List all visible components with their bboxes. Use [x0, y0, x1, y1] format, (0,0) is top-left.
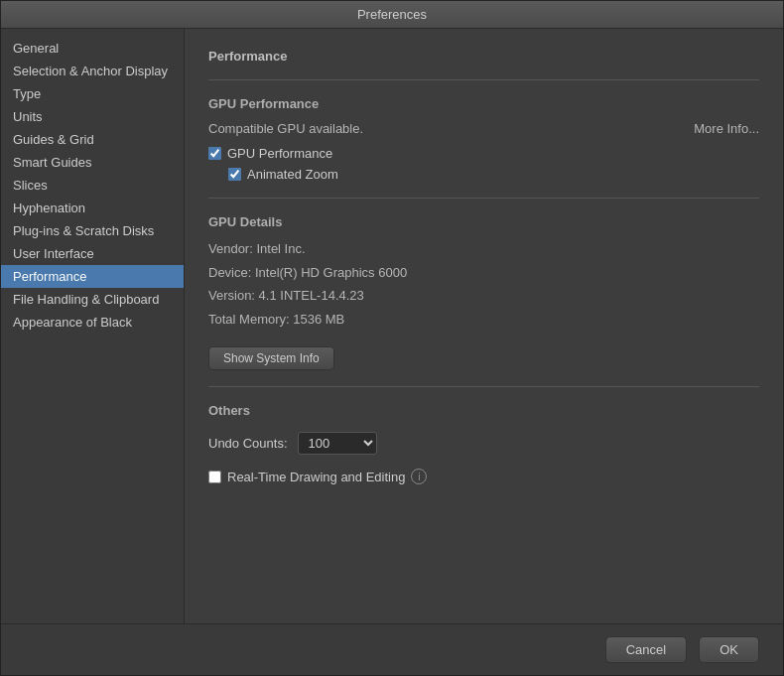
- sidebar-item-units[interactable]: Units: [1, 105, 184, 128]
- performance-section-title: Performance: [208, 49, 759, 64]
- realtime-drawing-label[interactable]: Real-Time Drawing and Editing: [227, 470, 405, 484]
- gpu-performance-title: GPU Performance: [208, 96, 759, 111]
- undo-counts-row: Undo Counts: 2050100200: [208, 432, 759, 455]
- gpu-device: Device: Intel(R) HD Graphics 6000: [208, 263, 759, 283]
- animated-zoom-checkbox[interactable]: [228, 168, 241, 181]
- sidebar-item-hyphenation[interactable]: Hyphenation: [1, 197, 184, 219]
- gpu-performance-label[interactable]: GPU Performance: [227, 146, 332, 161]
- sidebar-item-file-handling[interactable]: File Handling & Clipboard: [1, 288, 184, 311]
- sidebar-item-guides-grid[interactable]: Guides & Grid: [1, 128, 184, 151]
- gpu-performance-checkbox[interactable]: [208, 147, 221, 160]
- others-section: Others Undo Counts: 2050100200 Real-Time…: [208, 403, 759, 484]
- ok-button[interactable]: OK: [699, 636, 759, 663]
- undo-counts-label: Undo Counts:: [208, 436, 288, 451]
- realtime-drawing-checkbox[interactable]: [208, 471, 221, 483]
- gpu-details-section: GPU Details Vendor: Intel Inc. Device: I…: [208, 214, 759, 370]
- gpu-performance-section: GPU Performance Compatible GPU available…: [208, 96, 759, 182]
- sidebar-item-plugins-scratch[interactable]: Plug-ins & Scratch Disks: [1, 219, 184, 242]
- realtime-drawing-row: Real-Time Drawing and Editing i: [208, 469, 759, 484]
- divider-bottom: [208, 386, 759, 387]
- footer: Cancel OK: [1, 623, 783, 675]
- sidebar-item-type[interactable]: Type: [1, 82, 184, 105]
- sidebar: GeneralSelection & Anchor DisplayTypeUni…: [1, 29, 185, 623]
- gpu-vendor: Vendor: Intel Inc.: [208, 239, 759, 259]
- cancel-button[interactable]: Cancel: [605, 636, 687, 663]
- sidebar-item-general[interactable]: General: [1, 37, 184, 60]
- realtime-info-icon[interactable]: i: [411, 469, 427, 484]
- others-title: Others: [208, 403, 759, 418]
- content-area: GeneralSelection & Anchor DisplayTypeUni…: [1, 29, 783, 623]
- sidebar-item-slices[interactable]: Slices: [1, 174, 184, 197]
- animated-zoom-checkbox-row: Animated Zoom: [228, 167, 759, 182]
- sidebar-item-appearance-black[interactable]: Appearance of Black: [1, 311, 184, 334]
- titlebar: Preferences: [1, 1, 783, 29]
- gpu-performance-checkbox-row: GPU Performance: [208, 146, 759, 161]
- show-system-info-button[interactable]: Show System Info: [208, 346, 334, 370]
- undo-counts-select[interactable]: 2050100200: [298, 432, 377, 455]
- gpu-details-title: GPU Details: [208, 214, 759, 229]
- sidebar-item-performance[interactable]: Performance: [1, 265, 184, 288]
- sidebar-item-selection-anchor[interactable]: Selection & Anchor Display: [1, 60, 184, 82]
- preferences-window: Preferences GeneralSelection & Anchor Di…: [0, 0, 784, 676]
- gpu-compatible-text: Compatible GPU available.: [208, 121, 363, 136]
- main-panel: Performance GPU Performance Compatible G…: [185, 29, 783, 623]
- animated-zoom-label[interactable]: Animated Zoom: [247, 167, 338, 182]
- divider-middle: [208, 198, 759, 199]
- window-title: Preferences: [357, 7, 427, 22]
- gpu-total-memory: Total Memory: 1536 MB: [208, 310, 759, 330]
- sidebar-item-user-interface[interactable]: User Interface: [1, 242, 184, 265]
- gpu-version: Version: 4.1 INTEL-14.4.23: [208, 286, 759, 306]
- sidebar-item-smart-guides[interactable]: Smart Guides: [1, 151, 184, 174]
- more-info-link[interactable]: More Info...: [694, 121, 759, 136]
- gpu-compatible-row: Compatible GPU available. More Info...: [208, 121, 759, 136]
- divider-top: [208, 79, 759, 80]
